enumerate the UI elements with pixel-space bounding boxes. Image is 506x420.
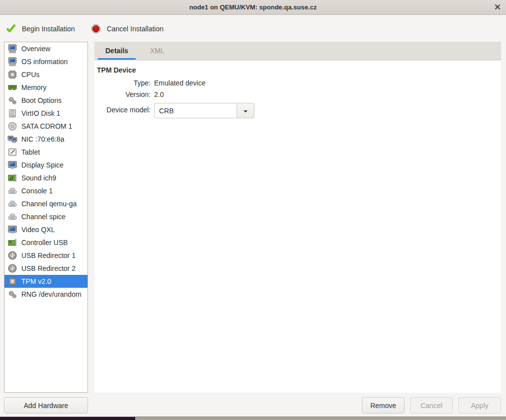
- device-model-dropdown-button[interactable]: [237, 103, 254, 118]
- version-value: 2.0: [154, 90, 501, 98]
- sidebar-item-label: TPM v2.0: [21, 277, 51, 285]
- sidebar-item-label: Console 1: [21, 187, 53, 195]
- cancel-installation-label: Cancel Installation: [107, 25, 164, 33]
- sidebar-item-label: Memory: [21, 84, 47, 91]
- close-icon: [495, 3, 501, 12]
- begin-installation-label: Begin Installation: [22, 25, 75, 33]
- sidebar-item-channel-qemu-ga[interactable]: Channel qemu-ga: [4, 197, 87, 210]
- background-window-edge: [0, 417, 506, 420]
- sidebar-item-usb-redirector-1[interactable]: USB Redirector 1: [4, 249, 87, 262]
- window-close-button[interactable]: [492, 2, 503, 13]
- sidebar-item-label: Channel spice: [21, 213, 66, 221]
- desktop-icon: [7, 57, 17, 67]
- sidebar-item-controller-usb[interactable]: Controller USB: [4, 236, 87, 249]
- sidebar-item-label: VirtIO Disk 1: [21, 109, 60, 117]
- sidebar-item-label: OS information: [21, 58, 68, 66]
- usb-icon: [7, 263, 17, 273]
- gears-icon: [7, 95, 17, 105]
- sidebar-item-tpm-v2.0[interactable]: TPM v2.0: [4, 275, 87, 288]
- sidebar-item-nic-70-e6-8a[interactable]: NIC :70:e6:8a: [4, 133, 87, 146]
- details-panel: TPM Device Type: Emulated device Version…: [94, 61, 501, 393]
- gears-icon: [7, 289, 17, 299]
- sidebar-item-label: Display Spice: [21, 161, 64, 169]
- sidebar-item-label: USB Redirector 2: [21, 264, 76, 272]
- sidebar-item-virtio-disk-1[interactable]: VirtIO Disk 1: [4, 107, 87, 120]
- sidebar-item-cpus[interactable]: CPUs: [4, 68, 87, 81]
- titlebar: node1 on QEMU/KVM: sponde.qa.suse.cz: [0, 0, 506, 15]
- chevron-down-icon: [243, 107, 249, 115]
- type-value: Emulated device: [154, 79, 501, 87]
- sidebar-item-console-1[interactable]: Console 1: [4, 184, 87, 197]
- sidebar-item-label: USB Redirector 1: [21, 252, 76, 259]
- remove-button[interactable]: Remove: [362, 397, 405, 414]
- controller-icon: [7, 238, 17, 248]
- begin-installation-button[interactable]: Begin Installation: [6, 24, 75, 34]
- sidebar-item-sata-cdrom-1[interactable]: SATA CDROM 1: [4, 120, 87, 133]
- sidebar-item-label: RNG /dev/urandom: [21, 290, 82, 298]
- disk-icon: [7, 108, 17, 118]
- tpm-fields: Type: Emulated device Version: 2.0 Devic…: [94, 77, 501, 119]
- hardware-list: OverviewOS informationCPUsMemoryBoot Opt…: [4, 42, 88, 393]
- background-window-edge-dark: [0, 417, 135, 420]
- device-model-value[interactable]: CRB: [154, 103, 237, 118]
- add-hardware-button[interactable]: Add Hardware: [4, 397, 88, 414]
- sidebar-item-label: Channel qemu-ga: [21, 200, 77, 208]
- sidebar-item-label: NIC :70:e6:8a: [21, 135, 64, 143]
- stop-icon: [91, 24, 101, 34]
- sidebar-item-overview[interactable]: Overview: [4, 42, 87, 55]
- sidebar-item-label: Tablet: [21, 148, 40, 156]
- window-title: node1 on QEMU/KVM: sponde.qa.suse.cz: [189, 3, 317, 11]
- cdrom-icon: [7, 121, 17, 131]
- sidebar-item-label: Video QXL: [21, 226, 55, 234]
- sidebar-item-label: Sound ich9: [21, 174, 56, 182]
- tab-details[interactable]: Details: [94, 42, 139, 60]
- sidebar-item-label: SATA CDROM 1: [21, 122, 72, 130]
- section-title-tpm-device: TPM Device: [97, 66, 501, 74]
- sidebar-item-usb-redirector-2[interactable]: USB Redirector 2: [4, 262, 87, 275]
- usb-icon: [7, 251, 17, 260]
- display-icon: [7, 160, 17, 170]
- device-model-label: Device model:: [94, 106, 151, 114]
- network-icon: [7, 134, 17, 144]
- sidebar-item-label: Controller USB: [21, 239, 68, 247]
- sidebar-item-label: CPUs: [21, 71, 40, 79]
- cancel-button: Cancel: [410, 397, 453, 414]
- display-icon: [7, 225, 17, 235]
- sidebar-item-video-qxl[interactable]: Video QXL: [4, 223, 87, 236]
- cpu-icon: [7, 276, 17, 286]
- sidebar-item-label: Overview: [21, 45, 50, 53]
- sidebar-item-tablet[interactable]: Tablet: [4, 146, 87, 159]
- action-buttons: Remove Cancel Apply: [362, 397, 501, 414]
- sidebar-item-memory[interactable]: Memory: [4, 81, 87, 94]
- serial-icon: [7, 199, 17, 209]
- tab-xml[interactable]: XML: [139, 42, 175, 60]
- type-label: Type:: [94, 79, 151, 87]
- sidebar-item-label: Boot Options: [21, 96, 62, 104]
- serial-icon: [7, 212, 17, 222]
- sidebar-item-display-spice[interactable]: Display Spice: [4, 159, 87, 171]
- sidebar-item-os-information[interactable]: OS information: [4, 55, 87, 68]
- sidebar-item-rng-dev-urandom[interactable]: RNG /dev/urandom: [4, 288, 87, 301]
- toolbar: Begin Installation Cancel Installation: [0, 15, 506, 42]
- sidebar-item-boot-options[interactable]: Boot Options: [4, 94, 87, 107]
- apply-button: Apply: [458, 397, 501, 414]
- memory-icon: [7, 83, 17, 92]
- cancel-installation-button[interactable]: Cancel Installation: [91, 24, 164, 34]
- desktop-icon: [7, 44, 17, 54]
- tablet-icon: [7, 147, 17, 157]
- device-model-combobox: CRB: [154, 103, 254, 118]
- sidebar-item-channel-spice[interactable]: Channel spice: [4, 210, 87, 223]
- checkmark-icon: [6, 24, 16, 34]
- version-label: Version:: [94, 90, 151, 98]
- serial-icon: [7, 186, 17, 196]
- sound-icon: [7, 173, 17, 183]
- sidebar-item-sound-ich9[interactable]: Sound ich9: [4, 171, 87, 184]
- details-tab-bar: Details XML: [94, 42, 501, 60]
- cpu-icon: [7, 70, 17, 80]
